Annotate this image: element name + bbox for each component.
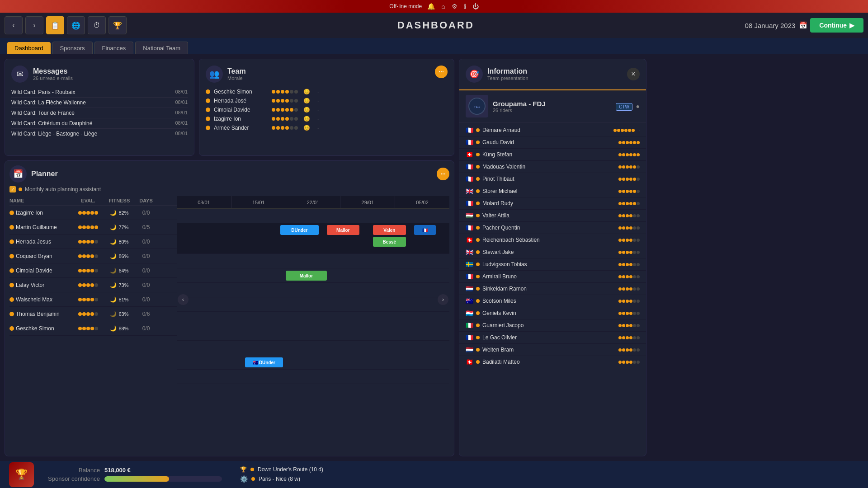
nav-globe-button[interactable]: 🌐 <box>67 16 85 34</box>
tab-national-team[interactable]: National Team <box>135 42 188 54</box>
auto-planning-checkbox[interactable]: ✓ <box>9 186 16 192</box>
info-rider-7[interactable]: 🇫🇷 Molard Rudy <box>459 197 646 210</box>
flag-10: 🇨🇭 <box>466 236 473 244</box>
pr-dot-4 <box>9 254 14 258</box>
continue-button[interactable]: Continue ▶ <box>810 18 863 33</box>
sponsor-bar-inner <box>104 476 169 482</box>
planner-rider-5[interactable]: Cimolai Davide 🌙64% 0/0 <box>9 263 177 278</box>
info-rider-13[interactable]: 🇫🇷 Armirail Bruno <box>459 271 646 283</box>
nav-clock-button[interactable]: ⏱ <box>88 16 106 34</box>
rating-1 <box>613 129 635 132</box>
rider-name-5: Armée Sander <box>214 125 268 131</box>
flag-11: 🇬🇧 <box>466 249 473 256</box>
calendar-icon[interactable]: 📅 <box>799 21 807 29</box>
info-rider-4[interactable]: 🇫🇷 Madouas Valentin <box>459 161 646 173</box>
rider-dot-6 <box>476 189 480 193</box>
tl-date-1: 08/01 <box>177 196 231 208</box>
rider-dot-3 <box>476 153 480 156</box>
info-rider-name-14: Sinkeldam Ramon <box>482 286 616 292</box>
home-icon[interactable]: ⌂ <box>441 3 445 10</box>
info-rider-16[interactable]: 🇱🇺 Geniets Kevin <box>459 307 646 319</box>
planner-rider-3[interactable]: Herrada Jesus 🌙80% 0/0 <box>9 235 177 249</box>
planner-table-header: NAME EVAL. FITNESS DAYS <box>9 196 177 206</box>
info-rider-name-1: Démare Arnaud <box>482 127 611 133</box>
info-rider-17[interactable]: 🇮🇹 Guarnieri Jacopo <box>459 319 646 332</box>
info-rider-20[interactable]: 🇨🇭 Badilatti Matteo <box>459 356 646 368</box>
info-rider-14[interactable]: 🇳🇱 Sinkeldam Ramon <box>459 283 646 295</box>
nav-trophy-button[interactable]: 🏆 <box>108 16 127 34</box>
race-block-fr[interactable]: 🇫🇷 <box>414 225 436 235</box>
flag-5: 🇫🇷 <box>466 175 473 183</box>
info-icon[interactable]: ℹ <box>464 3 466 10</box>
team-rider-5: Armée Sander 😊 - <box>206 123 448 132</box>
info-rider-12[interactable]: 🇸🇪 Ludvigsson Tobias <box>459 258 646 271</box>
flag-3: 🇨🇭 <box>466 151 473 158</box>
flag-17: 🇮🇹 <box>466 322 473 329</box>
smiley-1: 😊 <box>303 89 310 95</box>
msg-date-1: 08/01 <box>175 89 188 95</box>
msg-item-5[interactable]: Wild Card: Liège - Bastogne - Liège 08/0… <box>11 129 188 139</box>
msg-item-1[interactable]: Wild Card: Paris - Roubaix 08/01 <box>11 87 188 98</box>
power-icon[interactable]: ⏻ <box>472 3 479 10</box>
race-item-1[interactable]: 🏆 Down Under's Route (10 d) <box>240 466 323 473</box>
pr-dot-8 <box>9 312 14 316</box>
info-rider-11[interactable]: 🇬🇧 Stewart Jake <box>459 246 646 258</box>
info-rider-15[interactable]: 🇦🇺 Scotson Miles <box>459 295 646 307</box>
race-block-mallor-top[interactable]: Mallor <box>327 225 359 235</box>
nav-dashboard-button[interactable]: 📋 <box>46 16 64 34</box>
planner-rider-4[interactable]: Coquard Bryan 🌙86% 0/0 <box>9 249 177 263</box>
msg-item-2[interactable]: Wild Card: La Flèche Wallonne 08/01 <box>11 98 188 108</box>
team-rider-1: Geschke Simon 😊 - <box>206 87 448 96</box>
nav-back-button[interactable]: ‹ <box>5 16 23 34</box>
col-eval-header: EVAL. <box>75 198 102 203</box>
bell-icon[interactable]: 🔔 <box>427 3 435 10</box>
info-rider-18[interactable]: 🇫🇷 Le Gac Olivier <box>459 332 646 344</box>
info-rider-3[interactable]: 🇨🇭 Küng Stefan <box>459 149 646 161</box>
sponsor-label: Sponsor confidence <box>41 475 100 482</box>
tab-dashboard[interactable]: Dashboard <box>7 42 51 54</box>
info-rider-1[interactable]: 🇫🇷 Démare Arnaud · <box>459 124 646 136</box>
race-block-dunder-bot[interactable]: 🇦🇺DUnder <box>245 357 283 367</box>
planner-rider-8[interactable]: Thomas Benjamin 🌙63% 0/6 <box>9 307 177 321</box>
rating-7 <box>618 202 640 205</box>
msg-item-3[interactable]: Wild Card: Tour de France 08/01 <box>11 108 188 118</box>
rider-dot-5 <box>476 177 480 181</box>
nav-forward-button[interactable]: › <box>25 16 43 34</box>
info-rider-9[interactable]: 🇫🇷 Pacher Quentin <box>459 222 646 234</box>
info-rider-10[interactable]: 🇨🇭 Reichenbach Sébastien <box>459 234 646 246</box>
gear-icon[interactable]: ⚙ <box>452 3 458 10</box>
pr-dot-9 <box>9 326 14 331</box>
planner-rider-7[interactable]: Walscheid Max 🌙81% 0/0 <box>9 292 177 307</box>
info-rider-8[interactable]: 🇭🇺 Valter Attila <box>459 210 646 222</box>
info-rider-6[interactable]: 🇬🇧 Storer Michael <box>459 185 646 197</box>
race-item-2[interactable]: ⚙️ Paris - Nice (8 w) <box>240 475 323 483</box>
team-more-button[interactable]: ··· <box>435 66 448 78</box>
top-cards-row: ✉ Messages 26 unread e-mails Wild Card: … <box>5 59 454 156</box>
msg-item-4[interactable]: Wild Card: Critérium du Dauphiné 08/01 <box>11 118 188 129</box>
planner-rider-6[interactable]: Lafay Victor 🌙73% 0/0 <box>9 278 177 292</box>
planner-rider-2[interactable]: Martin Guillaume 🌙77% 0/5 <box>9 220 177 235</box>
race-block-valen[interactable]: Valen <box>373 225 406 235</box>
info-rider-5[interactable]: 🇫🇷 Pinot Thibaut <box>459 173 646 185</box>
info-panel-close-button[interactable]: × <box>627 68 640 80</box>
rating-3 <box>618 153 640 156</box>
race-block-mallor-mid[interactable]: Mallor <box>286 271 326 281</box>
planner-more-button[interactable]: ··· <box>437 168 449 180</box>
rider-dot-20 <box>476 360 480 364</box>
race-block-besse[interactable]: Bessè <box>373 237 406 247</box>
top-bar: Off-line mode 🔔 ⌂ ⚙ ℹ ⏻ <box>0 0 868 13</box>
team-name: Groupama - FDJ <box>493 100 546 108</box>
timeline-next-button[interactable]: › <box>438 294 448 305</box>
msg-date-4: 08/01 <box>175 120 188 127</box>
race-name-2: Paris - Nice (8 w) <box>259 476 300 482</box>
tab-finances[interactable]: Finances <box>94 42 134 54</box>
tab-sponsors[interactable]: Sponsors <box>52 42 93 54</box>
rider-status-dot-5 <box>206 126 210 130</box>
timeline-prev-button[interactable]: ‹ <box>178 294 189 305</box>
info-rider-2[interactable]: 🇫🇷 Gaudu David <box>459 136 646 149</box>
race-block-dunder-top[interactable]: DUnder <box>280 225 318 235</box>
col-days-header: DAYS <box>137 198 155 203</box>
info-rider-19[interactable]: 🇳🇱 Welten Bram <box>459 344 646 356</box>
planner-rider-1[interactable]: Izagirre Ion 🌙82% 0/0 <box>9 206 177 220</box>
planner-rider-9[interactable]: Geschke Simon 🌙88% 0/0 <box>9 321 177 336</box>
